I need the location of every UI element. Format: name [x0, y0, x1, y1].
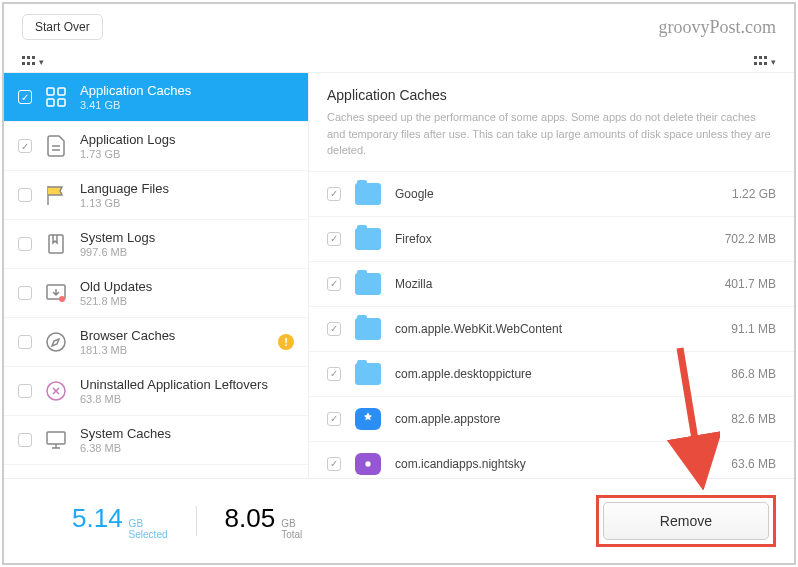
list-item[interactable]: ✓ Google 1.22 GB — [309, 171, 794, 216]
folder-icon — [355, 183, 381, 205]
compass-icon — [42, 328, 70, 356]
download-icon — [42, 279, 70, 307]
folder-icon — [355, 228, 381, 250]
sidebar-item-language-files[interactable]: Language Files 1.13 GB — [4, 171, 308, 220]
detail-title: Application Caches — [327, 87, 776, 103]
folder-icon — [355, 318, 381, 340]
svg-rect-4 — [49, 235, 63, 253]
monitor-icon — [42, 426, 70, 454]
selected-size: 5.14 GBSelected — [72, 503, 168, 540]
folder-icon — [355, 273, 381, 295]
checkbox[interactable]: ✓ — [327, 322, 341, 336]
app-icon — [355, 453, 381, 475]
grid-icon — [22, 56, 36, 68]
category-size: 997.6 MB — [80, 246, 298, 258]
item-size: 82.6 MB — [731, 412, 776, 426]
view-mode-right[interactable]: ▾ — [754, 56, 776, 68]
item-size: 401.7 MB — [725, 277, 776, 291]
category-size: 1.13 GB — [80, 197, 298, 209]
grid-icon — [754, 56, 768, 68]
item-size: 63.6 MB — [731, 457, 776, 471]
svg-rect-9 — [47, 432, 65, 444]
bookmark-icon — [42, 230, 70, 258]
warning-icon: ! — [278, 334, 294, 350]
list-item[interactable]: ✓ com.apple.appstore 82.6 MB — [309, 396, 794, 441]
svg-rect-1 — [58, 88, 65, 95]
footer: 5.14 GBSelected 8.05 GBTotal Remove — [4, 478, 794, 563]
item-name: com.icandiapps.nightsky — [395, 457, 717, 471]
svg-rect-3 — [58, 99, 65, 106]
category-size: 521.8 MB — [80, 295, 298, 307]
item-list: ✓ Google 1.22 GB ✓ Firefox 702.2 MB ✓ Mo… — [309, 171, 794, 479]
item-size: 702.2 MB — [725, 232, 776, 246]
log-icon — [42, 132, 70, 160]
start-over-button[interactable]: Start Over — [22, 14, 103, 40]
svg-point-10 — [365, 461, 370, 466]
item-name: com.apple.WebKit.WebContent — [395, 322, 717, 336]
category-name: System Caches — [80, 426, 298, 441]
checkbox[interactable] — [18, 286, 32, 300]
list-item[interactable]: ✓ com.apple.WebKit.WebContent 91.1 MB — [309, 306, 794, 351]
checkbox[interactable]: ✓ — [327, 367, 341, 381]
checkbox[interactable]: ✓ — [327, 457, 341, 471]
sidebar-item-system-caches[interactable]: System Caches 6.38 MB — [4, 416, 308, 465]
category-size: 181.3 MB — [80, 344, 268, 356]
category-name: Uninstalled Application Leftovers — [80, 377, 298, 392]
svg-rect-0 — [47, 88, 54, 95]
list-item[interactable]: ✓ com.apple.desktoppicture 86.8 MB — [309, 351, 794, 396]
checkbox[interactable]: ✓ — [327, 412, 341, 426]
category-name: Application Caches — [80, 83, 298, 98]
x-icon — [42, 377, 70, 405]
category-size: 6.38 MB — [80, 442, 298, 454]
item-size: 91.1 MB — [731, 322, 776, 336]
checkbox[interactable] — [18, 335, 32, 349]
item-name: Google — [395, 187, 718, 201]
remove-button[interactable]: Remove — [603, 502, 769, 540]
category-name: Language Files — [80, 181, 298, 196]
sidebar: ✓ Application Caches 3.41 GB ✓ Applicati… — [4, 73, 309, 478]
chevron-down-icon: ▾ — [39, 57, 44, 67]
svg-point-7 — [47, 333, 65, 351]
divider — [196, 506, 197, 536]
list-item[interactable]: ✓ Mozilla 401.7 MB — [309, 261, 794, 306]
list-item[interactable]: ✓ Firefox 702.2 MB — [309, 216, 794, 261]
toolbar: ▾ ▾ — [4, 50, 794, 72]
sidebar-item-application-caches[interactable]: ✓ Application Caches 3.41 GB — [4, 73, 308, 122]
checkbox[interactable] — [18, 237, 32, 251]
item-name: Firefox — [395, 232, 711, 246]
list-item[interactable]: ✓ com.icandiapps.nightsky 63.6 MB — [309, 441, 794, 479]
item-name: com.apple.desktoppicture — [395, 367, 717, 381]
checkbox[interactable] — [18, 188, 32, 202]
category-size: 3.41 GB — [80, 99, 298, 111]
category-size: 1.73 GB — [80, 148, 298, 160]
category-name: Application Logs — [80, 132, 298, 147]
category-name: Browser Caches — [80, 328, 268, 343]
watermark: groovyPost.com — [658, 17, 776, 38]
detail-panel: Application Caches Caches speed up the p… — [309, 73, 794, 478]
checkbox[interactable]: ✓ — [327, 277, 341, 291]
grid-icon — [42, 83, 70, 111]
view-mode-left[interactable]: ▾ — [22, 56, 44, 68]
sidebar-item-system-logs[interactable]: System Logs 997.6 MB — [4, 220, 308, 269]
chevron-down-icon: ▾ — [771, 57, 776, 67]
flag-icon — [42, 181, 70, 209]
checkbox[interactable]: ✓ — [18, 90, 32, 104]
checkbox[interactable]: ✓ — [327, 187, 341, 201]
category-size: 63.8 MB — [80, 393, 298, 405]
total-size: 8.05 GBTotal — [225, 503, 303, 540]
sidebar-item-old-updates[interactable]: Old Updates 521.8 MB — [4, 269, 308, 318]
checkbox[interactable]: ✓ — [327, 232, 341, 246]
sidebar-item-uninstalled-application-leftovers[interactable]: Uninstalled Application Leftovers 63.8 M… — [4, 367, 308, 416]
checkbox[interactable] — [18, 433, 32, 447]
item-size: 1.22 GB — [732, 187, 776, 201]
checkbox[interactable]: ✓ — [18, 139, 32, 153]
sidebar-item-browser-caches[interactable]: Browser Caches 181.3 MB ! — [4, 318, 308, 367]
category-name: Old Updates — [80, 279, 298, 294]
item-name: Mozilla — [395, 277, 711, 291]
sidebar-item-application-logs[interactable]: ✓ Application Logs 1.73 GB — [4, 122, 308, 171]
svg-point-6 — [59, 296, 65, 302]
checkbox[interactable] — [18, 384, 32, 398]
category-name: System Logs — [80, 230, 298, 245]
detail-description: Caches speed up the performance of some … — [327, 109, 776, 159]
item-name: com.apple.appstore — [395, 412, 717, 426]
